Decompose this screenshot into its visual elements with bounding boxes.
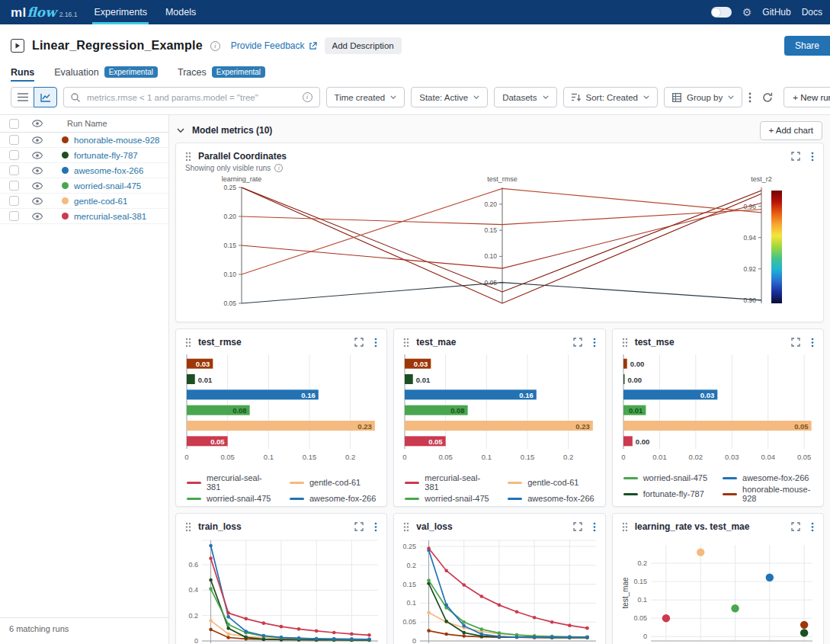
visible-runs-note-label: Showing only visible runs — [185, 164, 271, 172]
chart-title: Parallel Coordinates — [198, 151, 287, 162]
chevron-down-icon — [728, 95, 734, 99]
drag-handle-icon[interactable] — [622, 522, 628, 532]
mlflow-logo[interactable]: mlflow 2.16.1 — [11, 5, 77, 21]
chevron-down-icon — [543, 95, 549, 99]
run-name-link[interactable]: honorable-mouse-928 — [74, 136, 160, 145]
visibility-toggle-icon[interactable] — [32, 136, 43, 144]
legend-swatch — [405, 498, 419, 500]
fullscreen-icon[interactable] — [791, 152, 800, 161]
drag-handle-icon[interactable] — [185, 338, 191, 348]
run-name-link[interactable]: gentle-cod-61 — [74, 197, 127, 206]
nav-item-models[interactable]: Models — [164, 0, 197, 24]
search-input[interactable] — [85, 92, 297, 103]
legend-label: awesome-fox-266 — [309, 494, 376, 503]
run-name-link[interactable]: worried-snail-475 — [74, 181, 141, 191]
run-checkbox[interactable] — [9, 211, 19, 221]
svg-text:0: 0 — [643, 633, 647, 640]
legend-item: gentle-cod-61 — [290, 473, 376, 492]
learning-rate-vs-test-mae-card: learning_rate vs. test_mae 00.050.10.150… — [612, 513, 824, 644]
gear-icon[interactable]: ⚙ — [742, 7, 752, 18]
sort-dropdown[interactable]: Sort: Created — [563, 87, 658, 107]
run-checkbox[interactable] — [9, 150, 19, 160]
fullscreen-icon[interactable] — [354, 338, 364, 347]
svg-text:0.00: 0.00 — [630, 360, 644, 368]
tab-traces[interactable]: TracesExperimental — [178, 62, 265, 82]
legend-swatch — [187, 482, 201, 484]
visible-runs-note: Showing only visible runs i — [176, 164, 823, 174]
list-view-button[interactable] — [11, 87, 34, 107]
svg-text:0.90: 0.90 — [743, 296, 756, 304]
share-button[interactable]: Share — [784, 36, 830, 56]
drag-handle-icon[interactable] — [185, 522, 191, 532]
visibility-toggle-icon[interactable] — [32, 197, 43, 205]
visibility-toggle-icon[interactable] — [32, 167, 43, 175]
svg-text:0.23: 0.23 — [357, 422, 372, 431]
run-checkbox[interactable] — [9, 135, 19, 145]
search-box: i — [63, 87, 320, 107]
datasets-dropdown[interactable]: Datasets — [494, 87, 556, 107]
add-chart-button[interactable]: + Add chart — [760, 121, 823, 140]
refresh-button[interactable] — [762, 92, 773, 103]
test-rmse-card: test_rmse 00.050.10.150.20.030.010.160.0… — [175, 328, 387, 507]
run-checkbox[interactable] — [9, 165, 19, 175]
time-created-dropdown[interactable]: Time created — [326, 87, 405, 107]
tab-runs[interactable]: Runs — [11, 62, 34, 82]
drag-handle-icon[interactable] — [403, 522, 409, 532]
docs-link[interactable]: Docs — [802, 7, 822, 18]
kebab-menu-icon[interactable] — [593, 522, 596, 532]
run-name-link[interactable]: mercurial-seal-381 — [74, 212, 146, 221]
fullscreen-icon[interactable] — [354, 522, 364, 531]
svg-text:0.05: 0.05 — [428, 437, 443, 446]
run-color-dot — [62, 152, 69, 159]
github-link[interactable]: GitHub — [762, 7, 790, 18]
drag-handle-icon[interactable] — [403, 338, 409, 348]
kebab-menu-icon[interactable] — [811, 522, 814, 532]
run-checkbox[interactable] — [9, 196, 19, 206]
drag-handle-icon[interactable] — [622, 338, 628, 348]
legend-swatch — [508, 482, 522, 484]
legend-swatch — [187, 498, 201, 500]
visibility-toggle-icon[interactable] — [32, 182, 43, 190]
info-icon[interactable]: i — [274, 164, 283, 172]
svg-text:0.05: 0.05 — [210, 437, 225, 446]
svg-text:0.2: 0.2 — [345, 453, 355, 461]
svg-text:0.01: 0.01 — [416, 376, 431, 384]
fullscreen-icon[interactable] — [791, 522, 800, 531]
search-info-icon[interactable]: i — [303, 92, 312, 102]
nav-item-experiments[interactable]: Experiments — [92, 0, 148, 24]
visibility-toggle-icon[interactable] — [32, 213, 43, 220]
chevron-down-icon[interactable] — [177, 128, 184, 133]
run-list-row: mercurial-seal-381 — [0, 209, 168, 224]
fullscreen-icon[interactable] — [573, 338, 582, 347]
kebab-menu-icon[interactable] — [374, 338, 377, 348]
run-color-dot — [62, 167, 69, 174]
more-options-button[interactable] — [748, 92, 751, 103]
kebab-menu-icon[interactable] — [593, 338, 596, 348]
kebab-menu-icon[interactable] — [374, 522, 377, 532]
fullscreen-icon[interactable] — [791, 338, 800, 347]
new-run-button[interactable]: + New run — [784, 87, 830, 107]
add-description-button[interactable]: Add Description — [325, 37, 402, 54]
legend-item: awesome-fox-266 — [290, 494, 376, 503]
visibility-icon[interactable] — [32, 120, 43, 127]
theme-toggle[interactable] — [711, 7, 732, 18]
legend-item: fortunate-fly-787 — [623, 485, 707, 503]
state-dropdown[interactable]: State: Active — [411, 87, 488, 107]
svg-text:0.2: 0.2 — [407, 562, 417, 569]
provide-feedback-link[interactable]: Provide Feedback — [231, 40, 317, 51]
select-all-checkbox[interactable] — [9, 119, 19, 129]
chart-view-button[interactable] — [34, 87, 57, 107]
kebab-menu-icon[interactable] — [811, 152, 814, 162]
run-checkbox[interactable] — [9, 181, 19, 191]
fullscreen-icon[interactable] — [573, 522, 582, 531]
run-name-link[interactable]: fortunate-fly-787 — [74, 151, 138, 160]
visibility-toggle-icon[interactable] — [32, 152, 43, 159]
kebab-menu-icon[interactable] — [811, 338, 814, 348]
chart-title: test_rmse — [198, 337, 242, 348]
group-by-dropdown[interactable]: Group by — [664, 87, 742, 107]
drag-handle-icon[interactable] — [185, 152, 191, 162]
tab-evaluation[interactable]: EvaluationExperimental — [54, 62, 158, 82]
run-name-link[interactable]: awesome-fox-266 — [74, 166, 143, 175]
info-icon[interactable]: i — [210, 41, 220, 51]
parallel-plot: learning_rate0.250.200.150.100.05test_rm… — [176, 174, 823, 316]
